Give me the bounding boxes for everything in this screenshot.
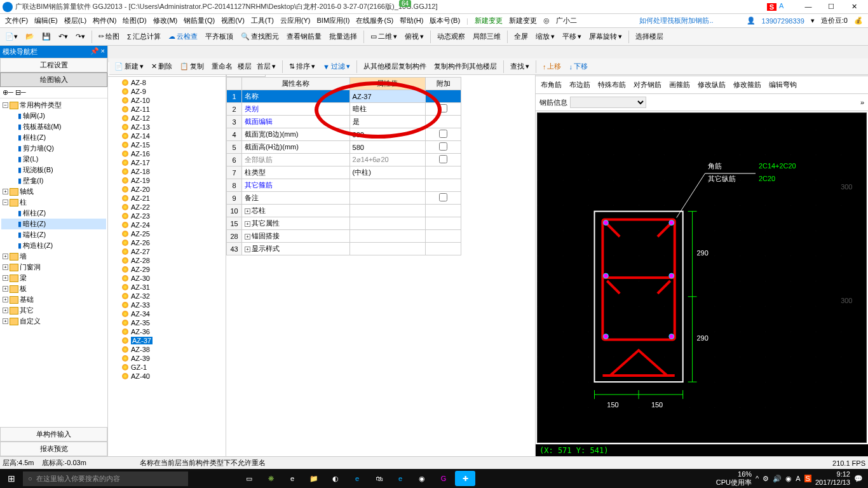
pin-icon[interactable]: 📌 × xyxy=(90,47,105,57)
taskbar-app-icon[interactable]: ❋ xyxy=(261,471,281,486)
property-row[interactable]: 4截面宽(B边)(mm)300 xyxy=(227,128,461,141)
section-tab[interactable]: 修改箍筋 xyxy=(732,79,763,91)
copy-to-button[interactable]: 复制构件到其他楼层 xyxy=(431,60,499,72)
component-item[interactable]: AZ-22 xyxy=(109,203,224,212)
credit-icon[interactable]: 💰 xyxy=(851,15,865,26)
tree-item[interactable]: ▮梁(L) xyxy=(1,154,106,165)
property-row[interactable]: 15+其它属性 xyxy=(227,217,461,230)
tree-item[interactable]: ▮现浇板(B) xyxy=(1,165,106,175)
tree-item[interactable]: +基础 xyxy=(1,294,106,305)
titlebar-icon[interactable]: A xyxy=(779,2,789,12)
component-item[interactable]: AZ-23 xyxy=(109,212,224,220)
component-item[interactable]: AZ-26 xyxy=(109,238,224,247)
component-item[interactable]: AZ-35 xyxy=(109,318,224,327)
component-item[interactable]: AZ-20 xyxy=(109,185,224,194)
component-item[interactable]: AZ-14 xyxy=(109,132,224,140)
store-icon[interactable]: 🛍 xyxy=(369,471,389,486)
component-item[interactable]: AZ-40 xyxy=(109,372,224,381)
menu-draw[interactable]: 绘图(D) xyxy=(120,15,149,27)
pan-button[interactable]: 平移▾ xyxy=(560,30,584,43)
property-row[interactable]: 3截面编辑是 xyxy=(227,116,461,128)
ie-icon[interactable]: e xyxy=(390,471,410,486)
taskbar-app-icon[interactable]: ◉ xyxy=(412,471,432,486)
section-tab[interactable]: 编辑弯钩 xyxy=(768,79,798,91)
tree-item[interactable]: −常用构件类型 xyxy=(1,100,106,111)
menu-version[interactable]: 版本号(B) xyxy=(427,15,463,27)
batch-button[interactable]: 批量选择 xyxy=(327,30,360,43)
tree-item[interactable]: +梁 xyxy=(1,273,106,283)
component-item[interactable]: AZ-16 xyxy=(109,149,224,158)
project-settings-button[interactable]: 工程设置 xyxy=(0,58,107,72)
tray-icon[interactable]: ⚙ xyxy=(763,475,769,483)
menu-view[interactable]: 视图(V) xyxy=(219,15,247,27)
rename-button[interactable]: 重命名 xyxy=(209,60,235,72)
select-floor-button[interactable]: 选择楼层 xyxy=(633,30,666,43)
volume-icon[interactable]: 🔊 xyxy=(773,475,782,483)
component-item[interactable]: AZ-39 xyxy=(109,354,224,363)
ime-indicator[interactable]: S xyxy=(767,3,776,11)
sum-button[interactable]: Σ 汇总计算 xyxy=(125,30,163,43)
user-icon[interactable]: 👤 xyxy=(744,15,758,26)
tree-item[interactable]: ▮框柱(Z) xyxy=(1,132,106,143)
tree-item[interactable]: +自定义 xyxy=(1,316,106,327)
section-tab[interactable]: 修改纵筋 xyxy=(696,79,727,91)
sort-button[interactable]: ⇅排序▾ xyxy=(287,60,318,72)
component-item[interactable]: AZ-31 xyxy=(109,283,224,292)
save-button[interactable]: 💾 xyxy=(39,31,53,42)
menu-online[interactable]: 在线服务(S) xyxy=(353,15,396,27)
component-item[interactable]: AZ-29 xyxy=(109,265,224,274)
section-tab[interactable]: 布角筋 xyxy=(539,79,563,91)
local-3d-button[interactable]: 局部三维 xyxy=(470,30,503,43)
menu-steel[interactable]: 钢筋量(Q) xyxy=(181,15,217,27)
minimize-button[interactable]: — xyxy=(797,3,820,11)
component-item[interactable]: AZ-28 xyxy=(109,256,224,265)
component-item[interactable]: AZ-13 xyxy=(109,123,224,132)
menu-component[interactable]: 构件(N) xyxy=(90,15,119,27)
redo-button[interactable]: ↷▾ xyxy=(73,31,88,42)
cpu-meter[interactable]: 16% CPU使用率 xyxy=(716,470,752,487)
component-item[interactable]: AZ-9 xyxy=(109,87,224,96)
property-row[interactable]: 1名称AZ-37 xyxy=(227,90,461,103)
expand-icon[interactable]: ⊕─ xyxy=(3,88,13,96)
tree-item[interactable]: ▮构造柱(Z) xyxy=(1,240,106,251)
tree-item[interactable]: ▮剪力墙(Q) xyxy=(1,143,106,154)
new-change-button[interactable]: 新建变更 xyxy=(472,15,505,27)
component-item[interactable]: AZ-11 xyxy=(109,105,224,114)
single-component-button[interactable]: 单构件输入 xyxy=(0,427,107,442)
ime-sogou-icon[interactable]: S xyxy=(804,475,811,482)
component-item[interactable]: AZ-36 xyxy=(109,327,224,336)
copy-from-button[interactable]: 从其他楼层复制构件 xyxy=(361,60,429,72)
menu-cloud[interactable]: 云应用(Y) xyxy=(278,15,313,27)
notifications-icon[interactable]: 💬 xyxy=(854,475,863,483)
taskbar-search[interactable]: ○ 在这里输入你要搜索的内容 xyxy=(23,471,188,486)
tree-item[interactable]: ▮筏板基础(M) xyxy=(1,121,106,132)
component-item[interactable]: AZ-37 xyxy=(109,336,224,345)
taskbar-app-icon[interactable]: ◐ xyxy=(325,471,346,486)
component-item[interactable]: AZ-24 xyxy=(109,220,224,229)
component-item[interactable]: AZ-17 xyxy=(109,158,224,167)
cloud-check-button[interactable]: ☁云检查 xyxy=(166,30,200,43)
component-item[interactable]: AZ-8 xyxy=(109,78,224,87)
property-row[interactable]: 43+显示样式 xyxy=(227,243,461,255)
property-row[interactable]: 9备注 xyxy=(227,192,461,205)
component-item[interactable]: AZ-12 xyxy=(109,114,224,123)
property-row[interactable]: 7柱类型(中柱) xyxy=(227,166,461,179)
component-item[interactable]: AZ-15 xyxy=(109,140,224,149)
edge-icon[interactable]: e xyxy=(282,471,302,486)
property-row[interactable]: 5截面高(H边)(mm)580 xyxy=(227,141,461,154)
close-button[interactable]: ✕ xyxy=(843,3,865,11)
draw-input-button[interactable]: 绘图输入 xyxy=(0,72,107,87)
floor-select[interactable]: 首层 ▾ xyxy=(254,60,278,72)
rotate-button[interactable]: 屏幕旋转▾ xyxy=(587,30,625,43)
section-tab[interactable]: 对齐钢筋 xyxy=(632,79,663,91)
new-file-button[interactable]: 📄▾ xyxy=(3,31,20,42)
property-row[interactable]: 10+芯柱 xyxy=(227,205,461,217)
move-up-button[interactable]: ↑上移 xyxy=(540,60,564,72)
menu-help[interactable]: 帮助(H) xyxy=(397,15,426,27)
move-down-button[interactable]: ↓下移 xyxy=(566,60,590,72)
property-row[interactable]: 28+锚固搭接 xyxy=(227,230,461,243)
tree-item[interactable]: ▮端柱(Z) xyxy=(1,229,106,240)
undo-button[interactable]: ↶▾ xyxy=(56,31,71,42)
tree-item[interactable]: ▮框柱(Z) xyxy=(1,208,106,219)
draw-button[interactable]: ✏绘图 xyxy=(96,30,122,43)
